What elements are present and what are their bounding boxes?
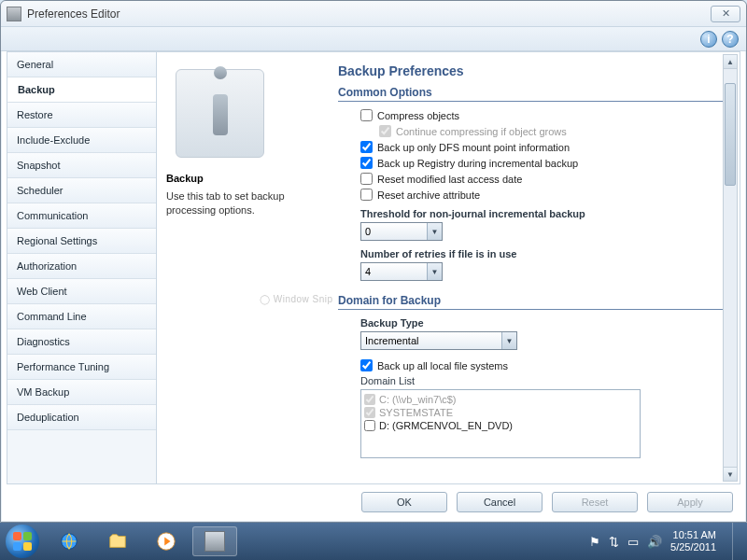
- domain-title: Domain for Backup: [338, 294, 728, 310]
- chevron-down-icon[interactable]: ▼: [427, 263, 442, 280]
- compress-label: Compress objects: [377, 110, 459, 121]
- sidebar-item-authorization[interactable]: Authorization: [7, 254, 156, 279]
- registry-field[interactable]: Back up Registry during incremental back…: [360, 157, 728, 169]
- sidebar-item-regional-settings[interactable]: Regional Settings: [7, 229, 156, 254]
- all-local-field[interactable]: Back up all local file systems: [360, 359, 728, 371]
- taskbar: ⚑ ⇅ ▭ 🔊 10:51 AM 5/25/2011: [0, 523, 747, 560]
- common-options-title: Common Options: [338, 86, 728, 102]
- close-button[interactable]: ✕: [711, 6, 740, 22]
- desc-heading: Backup: [166, 173, 325, 184]
- continue-compressing-checkbox: [379, 125, 391, 137]
- reset-archive-checkbox[interactable]: [360, 189, 373, 201]
- flag-icon[interactable]: ⚑: [589, 535, 600, 549]
- taskbar-explorer[interactable]: [95, 526, 140, 556]
- sidebar-item-diagnostics[interactable]: Diagnostics: [7, 329, 156, 355]
- all-local-checkbox[interactable]: [360, 359, 373, 371]
- domain-item-label: D: (GRMCENVOL_EN_DVD): [379, 420, 513, 431]
- play-icon: [156, 531, 176, 552]
- page-title: Backup Preferences: [338, 63, 728, 78]
- chevron-down-icon[interactable]: ▼: [501, 332, 516, 349]
- threshold-input[interactable]: [361, 224, 427, 239]
- sidebar-item-web-client[interactable]: Web Client: [7, 279, 156, 304]
- all-local-label: Back up all local file systems: [377, 360, 508, 371]
- sidebar-item-deduplication[interactable]: Deduplication: [7, 405, 156, 430]
- window-body: GeneralBackupRestoreInclude-ExcludeSnaps…: [7, 51, 740, 484]
- form-column: Backup Preferences Common Options Compre…: [334, 52, 740, 483]
- window-title: Preferences Editor: [27, 7, 711, 21]
- clock[interactable]: 10:51 AM 5/25/2011: [670, 529, 716, 553]
- domain-item-checkbox: [364, 407, 375, 418]
- cancel-button[interactable]: Cancel: [457, 492, 543, 512]
- show-desktop-button[interactable]: [732, 523, 741, 560]
- help-icon[interactable]: ?: [722, 31, 739, 48]
- chevron-down-icon[interactable]: ▼: [427, 223, 442, 240]
- app-icon: [7, 7, 21, 21]
- domain-list-item[interactable]: D: (GRMCENVOL_EN_DVD): [364, 419, 637, 432]
- sidebar-item-vm-backup[interactable]: VM Backup: [7, 380, 156, 405]
- taskbar-active-app[interactable]: [192, 526, 237, 556]
- reset-modified-checkbox[interactable]: [360, 173, 373, 185]
- sidebar-item-restore[interactable]: Restore: [7, 103, 156, 128]
- reset-modified-field[interactable]: Reset modified last access date: [360, 173, 728, 185]
- reset-archive-label: Reset archive attribute: [377, 189, 480, 201]
- retries-combo[interactable]: ▼: [360, 262, 443, 281]
- scroll-up-icon[interactable]: ▲: [724, 55, 737, 69]
- sidebar-item-general[interactable]: General: [7, 52, 156, 77]
- domain-item-label: C: (\\vb_win7\c$): [379, 394, 457, 405]
- sidebar-item-snapshot[interactable]: Snapshot: [7, 153, 156, 178]
- sidebar-item-scheduler[interactable]: Scheduler: [7, 178, 156, 203]
- backup-type-input[interactable]: [361, 333, 501, 348]
- domain-listbox[interactable]: C: (\\vb_win7\c$)SYSTEMSTATED: (GRMCENVO…: [360, 389, 641, 458]
- registry-label: Back up Registry during incremental back…: [377, 158, 578, 169]
- domain-item-checkbox: [364, 394, 375, 405]
- sidebar-item-backup[interactable]: Backup: [7, 77, 156, 103]
- apply-button: Apply: [647, 492, 733, 512]
- scroll-thumb[interactable]: [725, 83, 736, 186]
- domain-list-label: Domain List: [360, 375, 728, 386]
- desc-text: Use this tab to set backup processing op…: [166, 189, 325, 217]
- app-window-icon: [204, 531, 225, 552]
- scrollbar[interactable]: ▲ ▼: [723, 54, 738, 482]
- backup-type-label: Backup Type: [360, 317, 728, 329]
- sidebar-item-command-line[interactable]: Command Line: [7, 304, 156, 329]
- info-large-icon: [176, 69, 264, 158]
- network-icon[interactable]: ⇅: [609, 535, 619, 549]
- sidebar-item-performance-tuning[interactable]: Performance Tuning: [7, 355, 156, 380]
- info-icon[interactable]: i: [700, 31, 717, 48]
- domain-list-item[interactable]: SYSTEMSTATE: [364, 406, 637, 419]
- reset-archive-field[interactable]: Reset archive attribute: [360, 189, 728, 201]
- sidebar-item-include-exclude[interactable]: Include-Exclude: [7, 128, 156, 153]
- description-column: Backup Use this tab to set backup proces…: [157, 52, 334, 483]
- sidebar-item-communication[interactable]: Communication: [7, 203, 156, 229]
- start-button[interactable]: [6, 525, 39, 558]
- ie-icon: [59, 531, 79, 552]
- header-bar: i ?: [1, 27, 746, 51]
- taskbar-ie[interactable]: [47, 526, 92, 556]
- clock-date: 5/25/2011: [670, 541, 716, 553]
- backup-type-combo[interactable]: ▼: [360, 331, 517, 350]
- taskbar-mediaplayer[interactable]: [144, 526, 189, 556]
- domain-item-checkbox[interactable]: [364, 420, 375, 431]
- continue-compressing-label: Continue compressing if object grows: [396, 126, 567, 137]
- domain-item-label: SYSTEMSTATE: [379, 407, 453, 418]
- system-tray: ⚑ ⇅ ▭ 🔊 10:51 AM 5/25/2011: [589, 523, 741, 560]
- power-icon[interactable]: ▭: [627, 535, 639, 549]
- domain-list-item[interactable]: C: (\\vb_win7\c$): [364, 393, 637, 406]
- threshold-label: Threshold for non-journal incremental ba…: [360, 208, 728, 219]
- preferences-window: Preferences Editor ✕ i ? GeneralBackupRe…: [0, 0, 747, 523]
- compress-checkbox[interactable]: [360, 109, 373, 121]
- retries-label: Number of retries if file is in use: [360, 248, 728, 259]
- dfs-checkbox[interactable]: [360, 141, 373, 153]
- dfs-label: Back up only DFS mount point information: [377, 142, 570, 153]
- threshold-combo[interactable]: ▼: [360, 222, 443, 241]
- registry-checkbox[interactable]: [360, 157, 373, 169]
- volume-icon[interactable]: 🔊: [647, 535, 662, 549]
- ok-button[interactable]: OK: [361, 492, 447, 512]
- scroll-down-icon[interactable]: ▼: [724, 467, 737, 481]
- dfs-field[interactable]: Back up only DFS mount point information: [360, 141, 728, 153]
- compress-field[interactable]: Compress objects: [360, 109, 728, 121]
- clock-time: 10:51 AM: [670, 529, 716, 541]
- retries-input[interactable]: [361, 264, 427, 279]
- titlebar: Preferences Editor ✕: [1, 1, 746, 27]
- sidebar: GeneralBackupRestoreInclude-ExcludeSnaps…: [7, 52, 157, 483]
